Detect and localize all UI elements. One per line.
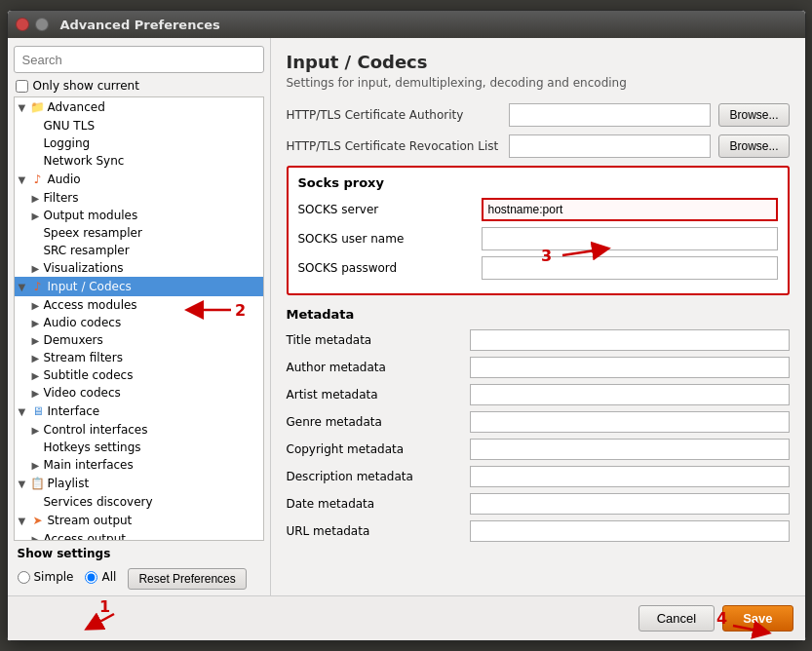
expand-icon: ▶	[32, 263, 42, 274]
item-label: Services discovery	[44, 495, 153, 509]
description-meta-input[interactable]	[470, 466, 790, 487]
socks-username-input[interactable]	[482, 227, 778, 250]
tree-item-visualizations[interactable]: ▶Visualizations	[15, 259, 263, 277]
tree-item-access_modules[interactable]: ▶Access modules	[15, 296, 263, 314]
tree-item-filters[interactable]: ▶Filters	[15, 189, 263, 207]
socks-password-input[interactable]	[482, 256, 778, 280]
item-label: Logging	[44, 136, 91, 150]
http-cert-row: HTTP/TLS Certificate Authority Browse...	[287, 103, 790, 127]
tree-area: ▼📁AdvancedGNU TLSLoggingNetwork Sync▼♪Au…	[14, 96, 264, 541]
item-label: Input / Codecs	[48, 280, 132, 293]
socks-server-input[interactable]	[482, 198, 778, 221]
http-revoke-browse-button[interactable]: Browse...	[718, 134, 789, 158]
content-area: Only show current ▼📁AdvancedGNU TLSLoggi…	[8, 38, 805, 595]
tree-item-input_codecs[interactable]: ▼♪Input / Codecs	[15, 277, 263, 296]
expand-icon: ▶	[32, 370, 42, 381]
tree-item-playlist[interactable]: ▼📋Playlist	[15, 474, 263, 493]
item-label: Audio codecs	[44, 316, 122, 329]
http-revoke-row: HTTP/TLS Certificate Revocation List Bro…	[287, 134, 790, 158]
expand-icon: ▶	[32, 193, 42, 204]
artist-meta-row: Artist metadata	[287, 384, 790, 405]
tree-item-control_interfaces[interactable]: ▶Control interfaces	[15, 421, 263, 439]
genre-meta-label: Genre metadata	[287, 415, 462, 429]
item-label: Demuxers	[44, 333, 103, 347]
minimize-button[interactable]	[35, 18, 49, 31]
tree-item-output_modules[interactable]: ▶Output modules	[15, 207, 263, 224]
only-show-current-checkbox[interactable]	[16, 80, 28, 93]
tree-item-audio[interactable]: ▼♪Audio	[15, 170, 263, 189]
url-meta-row: URL metadata	[287, 520, 790, 542]
radio-all[interactable]: All	[85, 570, 116, 584]
http-cert-browse-button[interactable]: Browse...	[718, 103, 789, 127]
search-input[interactable]	[14, 46, 264, 73]
tree-item-network_sync[interactable]: Network Sync	[15, 152, 263, 170]
expand-icon: ▶	[32, 211, 42, 221]
item-label: Advanced	[48, 100, 105, 114]
tree-item-access_output[interactable]: ▶Access output	[15, 530, 263, 541]
http-cert-input[interactable]	[509, 103, 712, 127]
socks-server-label: SOCKS server	[298, 203, 474, 216]
tree-item-video_codecs[interactable]: ▶Video codecs	[15, 384, 263, 402]
tree-item-audio_codecs[interactable]: ▶Audio codecs	[15, 314, 263, 331]
item-icon: ➤	[30, 513, 46, 528]
title-meta-row: Title metadata	[287, 329, 790, 351]
genre-meta-row: Genre metadata	[287, 411, 790, 433]
only-show-current-label: Only show current	[33, 79, 139, 93]
genre-meta-input[interactable]	[470, 411, 790, 433]
tree-item-subtitle_codecs[interactable]: ▶Subtitle codecs	[15, 366, 263, 384]
tree-item-gnu_tls[interactable]: GNU TLS	[15, 117, 263, 134]
socks-password-row: SOCKS password	[298, 256, 778, 280]
http-revoke-input[interactable]	[509, 134, 712, 158]
copyright-meta-input[interactable]	[470, 439, 790, 460]
expand-icon: ▼	[19, 174, 28, 185]
expand-icon: ▼	[19, 102, 28, 113]
tree-item-demuxers[interactable]: ▶Demuxers	[15, 331, 263, 349]
item-label: Speex resampler	[44, 226, 142, 240]
titlebar: Advanced Preferences	[8, 11, 805, 38]
cancel-button[interactable]: Cancel	[638, 605, 715, 632]
tree-item-speex[interactable]: Speex resampler	[15, 224, 263, 242]
only-show-current-row: Only show current	[14, 79, 264, 93]
reset-preferences-button[interactable]: Reset Preferences	[128, 568, 246, 590]
author-meta-input[interactable]	[470, 357, 790, 378]
expand-icon: ▼	[19, 516, 28, 526]
title-meta-label: Title metadata	[287, 333, 462, 347]
item-label: Access modules	[44, 298, 137, 312]
description-meta-label: Description metadata	[287, 470, 462, 483]
left-panel: Only show current ▼📁AdvancedGNU TLSLoggi…	[8, 38, 271, 595]
tree-item-advanced[interactable]: ▼📁Advanced	[15, 97, 263, 117]
item-label: Stream output	[48, 514, 133, 527]
tree-item-interface[interactable]: ▼🖥Interface	[15, 402, 263, 421]
copyright-meta-label: Copyright metadata	[287, 442, 462, 456]
expand-icon: ▶	[32, 460, 42, 471]
tree-item-main_interfaces[interactable]: ▶Main interfaces	[15, 456, 263, 474]
expand-icon: ▶	[32, 353, 42, 364]
http-cert-label: HTTP/TLS Certificate Authority	[287, 108, 501, 122]
date-meta-label: Date metadata	[287, 497, 462, 511]
date-meta-row: Date metadata	[287, 493, 790, 515]
item-label: Main interfaces	[44, 458, 134, 472]
radio-simple[interactable]: Simple	[18, 570, 74, 584]
expand-icon: ▶	[32, 534, 42, 542]
tree-item-hotkeys[interactable]: Hotkeys settings	[15, 439, 263, 456]
show-settings-label: Show settings	[18, 547, 260, 560]
item-label: Playlist	[48, 477, 90, 490]
expand-icon: ▶	[32, 425, 42, 436]
date-meta-input[interactable]	[470, 493, 790, 515]
tree-item-src[interactable]: SRC resampler	[15, 242, 263, 259]
url-meta-input[interactable]	[470, 520, 790, 542]
tree-item-services_discovery[interactable]: Services discovery	[15, 493, 263, 511]
close-button[interactable]	[16, 18, 29, 31]
tree-item-stream_filters[interactable]: ▶Stream filters	[15, 349, 263, 366]
description-meta-row: Description metadata	[287, 466, 790, 487]
socks-server-row: SOCKS server	[298, 198, 778, 221]
author-meta-label: Author metadata	[287, 361, 462, 374]
expand-icon: ▶	[32, 318, 42, 328]
tree-item-stream_output[interactable]: ▼➤Stream output	[15, 511, 263, 530]
title-meta-input[interactable]	[470, 329, 790, 351]
socks-title: Socks proxy	[298, 175, 778, 190]
tree-item-logging[interactable]: Logging	[15, 134, 263, 152]
artist-meta-input[interactable]	[470, 384, 790, 405]
save-button[interactable]: Save	[722, 605, 793, 632]
radio-group: Simple All Reset Preferences	[18, 564, 260, 590]
